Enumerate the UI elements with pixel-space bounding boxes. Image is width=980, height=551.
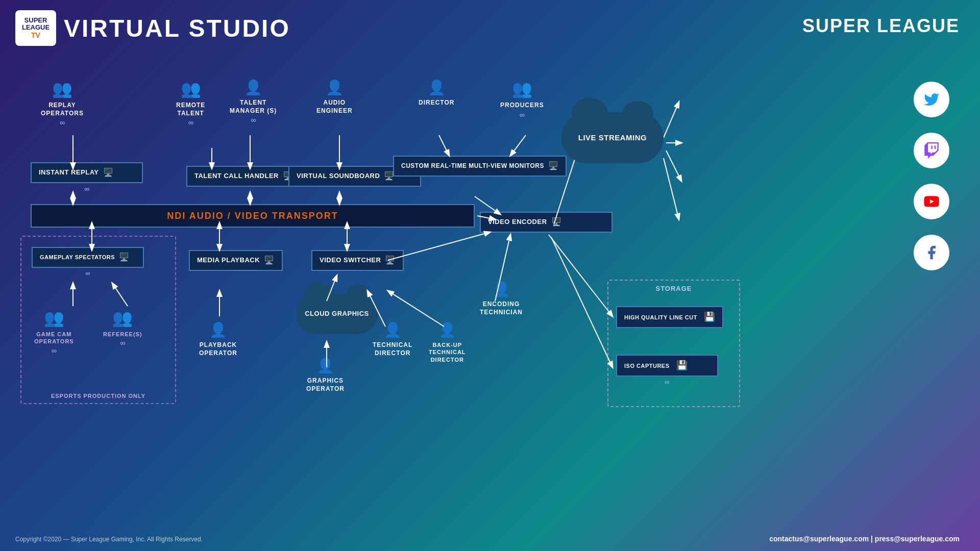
- playback-operator-label: PLAYBACKOPERATOR: [199, 341, 237, 357]
- technical-director-label: TECHNICALDIRECTOR: [373, 341, 412, 357]
- high-quality-disk: 💾: [704, 311, 716, 323]
- twitch-icon[interactable]: [914, 133, 949, 168]
- esports-production-box: GAMEPLAY SPECTATORS 🖥️ ∞ 👥 GAME CAMOPERA…: [20, 236, 176, 404]
- svg-line-15: [664, 158, 679, 219]
- remote-talent-label: REMOTETALENT: [176, 102, 205, 117]
- encoding-technician-label: ENCODINGTECHNICIAN: [480, 300, 523, 316]
- logo: SUPERLEAGUE TV: [15, 10, 56, 46]
- storage-label: STORAGE: [655, 285, 692, 292]
- talent-manager-infinity: ∞: [251, 116, 256, 124]
- custom-monitors-monitor: 🖥️: [548, 161, 559, 171]
- high-quality-node: HIGH QUALITY LINE CUT 💾: [616, 306, 723, 328]
- graphics-operator-label: GRAPHICSOPERATOR: [306, 377, 345, 393]
- game-cam-operators-node: 👥 GAME CAMOPERATORS ∞: [34, 308, 74, 355]
- page-title: VIRTUAL STUDIO: [64, 14, 290, 42]
- replay-operators-icon: 👥: [52, 79, 72, 98]
- live-streaming-node: LIVE STREAMING: [561, 112, 664, 163]
- remote-talent-node: 👥 REMOTETALENT ∞: [176, 79, 205, 127]
- encoding-technician-icon: 👤: [493, 281, 510, 297]
- replay-operators-infinity: ∞: [60, 118, 65, 127]
- social-icons: [914, 82, 949, 270]
- replay-operators-node: 👥 REPLAYOPERATORS ∞: [41, 79, 84, 127]
- referees-infinity: ∞: [120, 339, 125, 347]
- instant-replay-infinity: ∞: [31, 185, 143, 193]
- game-cam-infinity: ∞: [52, 346, 57, 355]
- svg-line-8: [510, 135, 526, 156]
- high-quality-box: HIGH QUALITY LINE CUT 💾: [616, 306, 723, 328]
- instant-replay-computer: 🖥️: [103, 167, 114, 178]
- talent-manager-icon: 👤: [244, 79, 262, 96]
- media-playback-node: MEDIA PLAYBACK 🖥️: [189, 250, 283, 271]
- video-encoder-node: VIDEO ENCODER 🖥️: [480, 212, 612, 233]
- audio-engineer-node: 👤 AUDIOENGINEER: [316, 79, 353, 115]
- referees-node: 👥 REFEREE(S) ∞: [103, 308, 142, 347]
- media-playback-computer: 🖥️: [264, 255, 275, 266]
- instant-replay-box: INSTANT REPLAY 🖥️: [31, 162, 143, 183]
- director-node: 👤 DIRECTOR: [419, 79, 454, 107]
- header: SUPERLEAGUE TV VIRTUAL STUDIO: [15, 10, 290, 46]
- instant-replay-node: INSTANT REPLAY 🖥️ ∞: [31, 162, 143, 193]
- graphics-operator-icon: 👤: [316, 357, 334, 374]
- producers-infinity: ∞: [520, 111, 525, 119]
- footer-contact: contactus@superleague.com | press@superl…: [769, 535, 960, 543]
- graphics-operator-node: 👤 GRAPHICSOPERATOR: [306, 357, 345, 393]
- svg-line-29: [551, 237, 612, 367]
- gameplay-spectators-computer: 🖥️: [119, 252, 130, 263]
- encoding-technician-node: 👤 ENCODINGTECHNICIAN: [480, 281, 523, 316]
- iso-infinity: ∞: [616, 378, 718, 386]
- custom-monitors-box: CUSTOM REAL-TIME MULTI-VIEW MONITORS 🖥️: [393, 156, 567, 177]
- svg-line-14: [666, 151, 681, 181]
- iso-captures-node: ISO CAPTURES 💾 ∞: [616, 355, 718, 386]
- producers-node: 👥 PRODUCERS ∞: [500, 79, 544, 119]
- media-playback-box: MEDIA PLAYBACK 🖥️: [189, 250, 283, 271]
- logo-tv: TV: [31, 31, 40, 39]
- twitter-icon[interactable]: [914, 82, 949, 117]
- playback-operator-node: 👤 PLAYBACKOPERATOR: [199, 321, 237, 357]
- backup-td-node: 👤 BACK-UPTECHNICALDIRECTOR: [429, 321, 466, 363]
- custom-monitors-node: CUSTOM REAL-TIME MULTI-VIEW MONITORS 🖥️: [393, 156, 567, 177]
- playback-operator-icon: 👤: [209, 321, 227, 338]
- game-cam-icon: 👥: [44, 308, 64, 328]
- producers-icon: 👥: [512, 79, 532, 98]
- technical-director-icon: 👤: [384, 321, 402, 338]
- video-switcher-node: VIDEO SWITCHER 🖥️: [311, 250, 404, 271]
- gameplay-spectators-node: GAMEPLAY SPECTATORS 🖥️ ∞: [32, 247, 144, 277]
- audio-engineer-icon: 👤: [326, 79, 344, 96]
- brand-name: SUPER LEAGUE: [802, 15, 960, 37]
- talent-manager-node: 👤 TALENTMANAGER (S) ∞: [230, 79, 277, 124]
- svg-line-7: [439, 135, 449, 156]
- video-encoder-computer: 🖥️: [551, 217, 562, 228]
- storage-box: STORAGE HIGH QUALITY LINE CUT 💾 ISO CAPT…: [607, 280, 740, 407]
- esports-label: ESPORTS PRODUCTION ONLY: [51, 393, 145, 399]
- replay-operators-label: REPLAYOPERATORS: [41, 102, 84, 117]
- cloud-graphics-cloud: CLOUD GRAPHICS: [296, 293, 378, 334]
- iso-captures-box: ISO CAPTURES 💾: [616, 355, 718, 377]
- facebook-icon[interactable]: [914, 235, 949, 270]
- backup-td-icon: 👤: [438, 321, 456, 338]
- technical-director-node: 👤 TECHNICALDIRECTOR: [373, 321, 412, 357]
- video-switcher-box: VIDEO SWITCHER 🖥️: [311, 250, 404, 271]
- producers-label: PRODUCERS: [500, 102, 544, 110]
- ndi-bar: NDI AUDIO / VIDEO TRANSPORT: [31, 204, 475, 228]
- game-cam-label: GAME CAMOPERATORS: [34, 331, 74, 345]
- iso-captures-disk: 💾: [676, 360, 688, 371]
- director-label: DIRECTOR: [419, 99, 454, 107]
- referees-label: REFEREE(S): [103, 331, 142, 338]
- video-encoder-box: VIDEO ENCODER 🖥️: [480, 212, 612, 233]
- gameplay-spectators-infinity: ∞: [32, 269, 144, 277]
- talent-manager-label: TALENTMANAGER (S): [230, 99, 277, 115]
- gameplay-spectators-box: GAMEPLAY SPECTATORS 🖥️: [32, 247, 144, 268]
- referees-icon: 👥: [112, 308, 133, 328]
- remote-talent-icon: 👥: [181, 79, 201, 98]
- svg-line-28: [549, 235, 612, 316]
- director-icon: 👤: [428, 79, 446, 96]
- remote-talent-infinity: ∞: [188, 118, 193, 127]
- footer-copyright: Copyright ©2020 — Super League Gaming, I…: [15, 536, 203, 543]
- youtube-icon[interactable]: [914, 184, 949, 219]
- backup-td-label: BACK-UPTECHNICALDIRECTOR: [429, 341, 466, 363]
- video-switcher-computer: 🖥️: [385, 255, 396, 266]
- svg-line-12: [664, 102, 679, 138]
- audio-engineer-label: AUDIOENGINEER: [316, 99, 353, 115]
